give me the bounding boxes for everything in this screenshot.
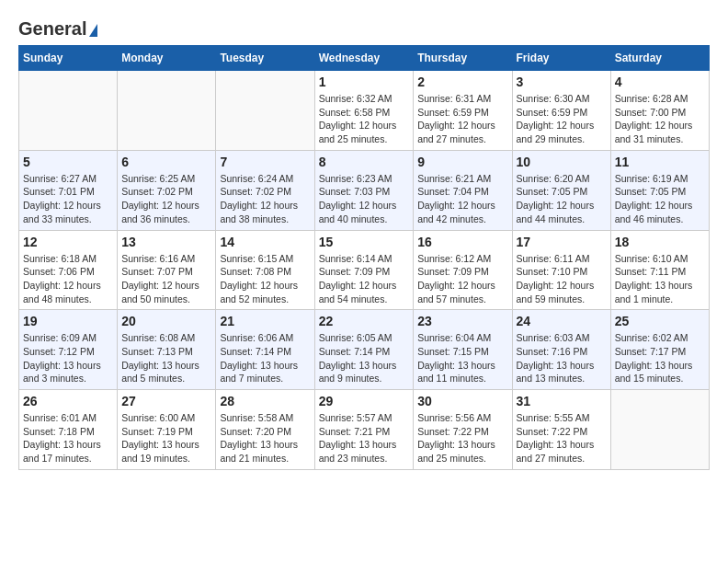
day-number: 4 (615, 75, 705, 89)
day-number: 30 (417, 394, 507, 408)
logo-triangle-icon (89, 24, 97, 37)
calendar-day-cell: 11Sunrise: 6:19 AMSunset: 7:05 PMDayligh… (610, 150, 709, 230)
day-info: Sunrise: 6:20 AMSunset: 7:05 PMDaylight:… (517, 172, 607, 226)
day-number: 25 (615, 314, 705, 328)
day-info: Sunrise: 6:01 AMSunset: 7:18 PMDaylight:… (23, 411, 113, 465)
empty-cell (19, 71, 118, 151)
day-number: 12 (23, 235, 113, 249)
calendar-day-cell: 31Sunrise: 5:55 AMSunset: 7:22 PMDayligh… (512, 390, 610, 470)
day-info: Sunrise: 6:27 AMSunset: 7:01 PMDaylight:… (23, 172, 113, 226)
calendar-day-cell: 24Sunrise: 6:03 AMSunset: 7:16 PMDayligh… (512, 310, 610, 390)
calendar-day-cell: 14Sunrise: 6:15 AMSunset: 7:08 PMDayligh… (216, 230, 314, 310)
day-info: Sunrise: 6:06 AMSunset: 7:14 PMDaylight:… (220, 331, 310, 385)
calendar-week-row: 5Sunrise: 6:27 AMSunset: 7:01 PMDaylight… (19, 150, 710, 230)
day-info: Sunrise: 6:32 AMSunset: 6:58 PMDaylight:… (319, 92, 410, 146)
calendar-day-cell: 29Sunrise: 5:57 AMSunset: 7:21 PMDayligh… (314, 390, 414, 470)
calendar-day-cell: 4Sunrise: 6:28 AMSunset: 7:00 PMDaylight… (610, 71, 709, 151)
calendar-day-cell: 23Sunrise: 6:04 AMSunset: 7:15 PMDayligh… (414, 310, 512, 390)
day-number: 28 (220, 394, 310, 408)
calendar-day-cell: 13Sunrise: 6:16 AMSunset: 7:07 PMDayligh… (118, 230, 216, 310)
day-info: Sunrise: 6:21 AMSunset: 7:04 PMDaylight:… (417, 172, 507, 226)
day-number: 23 (417, 314, 507, 328)
day-info: Sunrise: 5:57 AMSunset: 7:21 PMDaylight:… (319, 411, 410, 465)
calendar-day-cell: 5Sunrise: 6:27 AMSunset: 7:01 PMDaylight… (19, 150, 118, 230)
day-info: Sunrise: 6:30 AMSunset: 6:59 PMDaylight:… (517, 92, 607, 146)
day-info: Sunrise: 5:55 AMSunset: 7:22 PMDaylight:… (517, 411, 607, 465)
calendar-day-cell: 12Sunrise: 6:18 AMSunset: 7:06 PMDayligh… (19, 230, 118, 310)
day-number: 15 (319, 235, 410, 249)
empty-cell (118, 71, 216, 151)
day-number: 17 (517, 235, 607, 249)
calendar-week-row: 1Sunrise: 6:32 AMSunset: 6:58 PMDaylight… (19, 71, 710, 151)
header-thursday: Thursday (414, 46, 512, 71)
day-info: Sunrise: 6:28 AMSunset: 7:00 PMDaylight:… (615, 92, 705, 146)
day-number: 2 (417, 75, 507, 89)
day-info: Sunrise: 6:25 AMSunset: 7:02 PMDaylight:… (121, 172, 211, 226)
day-number: 6 (121, 155, 211, 169)
calendar-day-cell: 6Sunrise: 6:25 AMSunset: 7:02 PMDaylight… (118, 150, 216, 230)
calendar-day-cell: 25Sunrise: 6:02 AMSunset: 7:17 PMDayligh… (610, 310, 709, 390)
calendar-day-cell: 15Sunrise: 6:14 AMSunset: 7:09 PMDayligh… (314, 230, 414, 310)
calendar-day-cell: 17Sunrise: 6:11 AMSunset: 7:10 PMDayligh… (512, 230, 610, 310)
logo: General (18, 18, 97, 36)
calendar-day-cell: 8Sunrise: 6:23 AMSunset: 7:03 PMDaylight… (314, 150, 414, 230)
day-number: 1 (319, 75, 410, 89)
day-number: 8 (319, 155, 410, 169)
day-number: 16 (417, 235, 507, 249)
calendar-day-cell: 1Sunrise: 6:32 AMSunset: 6:58 PMDaylight… (314, 71, 414, 151)
day-info: Sunrise: 5:58 AMSunset: 7:20 PMDaylight:… (220, 411, 310, 465)
day-info: Sunrise: 6:16 AMSunset: 7:07 PMDaylight:… (121, 252, 211, 306)
day-number: 22 (319, 314, 410, 328)
empty-cell (216, 71, 314, 151)
calendar-day-cell: 18Sunrise: 6:10 AMSunset: 7:11 PMDayligh… (610, 230, 709, 310)
empty-cell (610, 390, 709, 470)
calendar-day-cell: 7Sunrise: 6:24 AMSunset: 7:02 PMDaylight… (216, 150, 314, 230)
calendar-table: SundayMondayTuesdayWednesdayThursdayFrid… (18, 45, 710, 470)
day-info: Sunrise: 6:11 AMSunset: 7:10 PMDaylight:… (517, 252, 607, 306)
day-number: 11 (615, 155, 705, 169)
day-info: Sunrise: 6:24 AMSunset: 7:02 PMDaylight:… (220, 172, 310, 226)
calendar-week-row: 26Sunrise: 6:01 AMSunset: 7:18 PMDayligh… (19, 390, 710, 470)
day-info: Sunrise: 6:15 AMSunset: 7:08 PMDaylight:… (220, 252, 310, 306)
day-info: Sunrise: 5:56 AMSunset: 7:22 PMDaylight:… (417, 411, 507, 465)
day-info: Sunrise: 6:08 AMSunset: 7:13 PMDaylight:… (121, 331, 211, 385)
day-info: Sunrise: 6:23 AMSunset: 7:03 PMDaylight:… (319, 172, 410, 226)
day-info: Sunrise: 6:02 AMSunset: 7:17 PMDaylight:… (615, 331, 705, 385)
header-wednesday: Wednesday (314, 46, 414, 71)
header-tuesday: Tuesday (216, 46, 314, 71)
calendar-day-cell: 20Sunrise: 6:08 AMSunset: 7:13 PMDayligh… (118, 310, 216, 390)
day-info: Sunrise: 6:12 AMSunset: 7:09 PMDaylight:… (417, 252, 507, 306)
day-info: Sunrise: 6:19 AMSunset: 7:05 PMDaylight:… (615, 172, 705, 226)
day-info: Sunrise: 6:31 AMSunset: 6:59 PMDaylight:… (417, 92, 507, 146)
calendar-day-cell: 22Sunrise: 6:05 AMSunset: 7:14 PMDayligh… (314, 310, 414, 390)
page-header: General (18, 18, 710, 36)
day-number: 13 (121, 235, 211, 249)
calendar-day-cell: 2Sunrise: 6:31 AMSunset: 6:59 PMDaylight… (414, 71, 512, 151)
day-number: 27 (121, 394, 211, 408)
day-info: Sunrise: 6:18 AMSunset: 7:06 PMDaylight:… (23, 252, 113, 306)
day-number: 14 (220, 235, 310, 249)
day-number: 29 (319, 394, 410, 408)
calendar-day-cell: 19Sunrise: 6:09 AMSunset: 7:12 PMDayligh… (19, 310, 118, 390)
day-number: 20 (121, 314, 211, 328)
calendar-day-cell: 30Sunrise: 5:56 AMSunset: 7:22 PMDayligh… (414, 390, 512, 470)
day-info: Sunrise: 6:03 AMSunset: 7:16 PMDaylight:… (517, 331, 607, 385)
calendar-day-cell: 10Sunrise: 6:20 AMSunset: 7:05 PMDayligh… (512, 150, 610, 230)
calendar-day-cell: 9Sunrise: 6:21 AMSunset: 7:04 PMDaylight… (414, 150, 512, 230)
calendar-day-cell: 28Sunrise: 5:58 AMSunset: 7:20 PMDayligh… (216, 390, 314, 470)
calendar-day-cell: 27Sunrise: 6:00 AMSunset: 7:19 PMDayligh… (118, 390, 216, 470)
day-number: 5 (23, 155, 113, 169)
header-sunday: Sunday (19, 46, 118, 71)
day-number: 18 (615, 235, 705, 249)
calendar-day-cell: 16Sunrise: 6:12 AMSunset: 7:09 PMDayligh… (414, 230, 512, 310)
calendar-day-cell: 21Sunrise: 6:06 AMSunset: 7:14 PMDayligh… (216, 310, 314, 390)
day-info: Sunrise: 6:10 AMSunset: 7:11 PMDaylight:… (615, 252, 705, 306)
day-number: 9 (417, 155, 507, 169)
calendar-week-row: 19Sunrise: 6:09 AMSunset: 7:12 PMDayligh… (19, 310, 710, 390)
header-saturday: Saturday (610, 46, 709, 71)
day-info: Sunrise: 6:05 AMSunset: 7:14 PMDaylight:… (319, 331, 410, 385)
day-number: 21 (220, 314, 310, 328)
day-number: 31 (517, 394, 607, 408)
header-friday: Friday (512, 46, 610, 71)
day-info: Sunrise: 6:00 AMSunset: 7:19 PMDaylight:… (121, 411, 211, 465)
